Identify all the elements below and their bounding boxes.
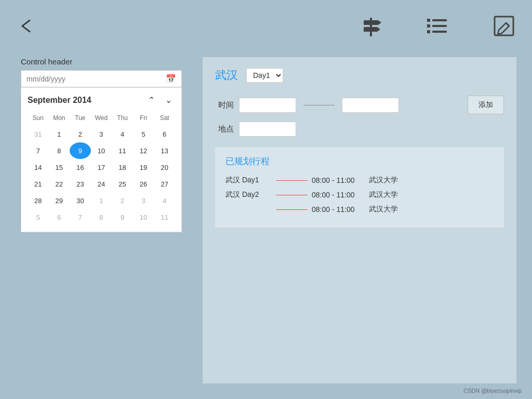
calendar-day[interactable]: 10 — [91, 142, 112, 159]
itinerary-city-day: 武汉 Day1 — [225, 176, 272, 185]
calendar-day[interactable]: 2 — [70, 126, 91, 142]
calendar-day[interactable]: 7 — [70, 209, 91, 225]
city-name: 武汉 — [215, 68, 238, 83]
calendar-day[interactable]: 16 — [70, 159, 91, 176]
location-input[interactable] — [239, 122, 296, 137]
itinerary-line — [276, 180, 308, 181]
svg-marker-4 — [377, 27, 380, 32]
add-button[interactable]: 添加 — [468, 96, 504, 114]
calendar-day[interactable]: 17 — [91, 159, 112, 176]
svg-rect-10 — [432, 31, 447, 33]
time-from-input[interactable] — [239, 98, 296, 113]
edit-icon[interactable] — [491, 14, 516, 38]
time-label: 时间 — [215, 100, 234, 110]
itinerary-title: 已规划行程 — [225, 155, 494, 167]
calendar-day[interactable]: 12 — [133, 142, 154, 159]
calendar-next-button[interactable]: ⌄ — [162, 94, 175, 106]
calendar-day[interactable]: 5 — [28, 209, 49, 225]
calendar-day[interactable]: 23 — [70, 176, 91, 192]
calendar-day[interactable]: 7 — [28, 142, 49, 159]
calendar-day[interactable]: 8 — [49, 142, 70, 159]
signpost-icon[interactable] — [358, 14, 383, 38]
calendar-icon[interactable]: 📅 — [166, 74, 176, 84]
calendar-day[interactable]: 4 — [154, 192, 175, 209]
time-to-input[interactable] — [342, 98, 399, 113]
list-icon[interactable] — [425, 14, 450, 38]
cal-day-header: Fri — [133, 112, 154, 126]
calendar-day[interactable]: 27 — [154, 176, 175, 192]
time-separator — [303, 105, 335, 105]
calendar-day[interactable]: 13 — [154, 142, 175, 159]
svg-marker-2 — [378, 20, 381, 25]
svg-rect-3 — [364, 27, 377, 32]
cal-day-header: Thu — [112, 112, 133, 126]
itinerary-city-day: 武汉 Day2 — [225, 190, 272, 200]
calendar-day[interactable]: 10 — [133, 209, 154, 225]
itinerary-time: 08:00 - 11:00 — [312, 191, 369, 199]
calendar-day[interactable]: 9 — [70, 142, 91, 159]
itinerary-time: 08:00 - 11:00 — [312, 205, 369, 214]
calendar-day[interactable]: 24 — [91, 176, 112, 192]
itinerary-line — [276, 195, 308, 195]
itinerary-place: 武汉大学 — [369, 190, 398, 200]
calendar-day[interactable]: 21 — [28, 176, 49, 192]
itinerary-place: 武汉大学 — [369, 176, 398, 185]
svg-rect-7 — [427, 24, 430, 28]
location-label: 地点 — [215, 124, 234, 134]
calendar-day[interactable]: 2 — [112, 192, 133, 209]
calendar-day[interactable]: 5 — [133, 126, 154, 142]
calendar-day[interactable]: 29 — [49, 192, 70, 209]
calendar-day[interactable]: 20 — [154, 159, 175, 176]
calendar-day[interactable]: 11 — [154, 209, 175, 225]
cal-day-header: Sat — [154, 112, 175, 126]
itinerary-list: 武汉 Day108:00 - 11:00武汉大学武汉 Day208:00 - 1… — [225, 176, 494, 214]
calendar-day[interactable]: 31 — [28, 126, 49, 142]
calendar-day[interactable]: 8 — [91, 209, 112, 225]
footer-text: CSDN @biyezuopinvip — [463, 388, 522, 394]
day-select[interactable]: Day1 Day2 Day3 — [246, 68, 283, 83]
calendar-day[interactable]: 19 — [133, 159, 154, 176]
left-panel: Control header 📅 September 2014 ⌃ ⌄ SunM… — [21, 57, 182, 232]
svg-rect-11 — [495, 17, 513, 35]
calendar-day[interactable]: 6 — [49, 209, 70, 225]
calendar-day[interactable]: 28 — [28, 192, 49, 209]
itinerary-item: 08:00 - 11:00武汉大学 — [225, 205, 494, 214]
calendar: September 2014 ⌃ ⌄ SunMonTueWedThuFriSat… — [21, 87, 182, 232]
cal-day-header: Mon — [49, 112, 70, 126]
control-header-label: Control header — [21, 57, 182, 66]
top-nav — [0, 0, 532, 52]
svg-rect-8 — [432, 25, 447, 27]
calendar-day[interactable]: 22 — [49, 176, 70, 192]
calendar-day[interactable]: 30 — [70, 192, 91, 209]
itinerary-section: 已规划行程 武汉 Day108:00 - 11:00武汉大学武汉 Day208:… — [215, 147, 504, 228]
back-button[interactable] — [16, 16, 36, 36]
calendar-day[interactable]: 11 — [112, 142, 133, 159]
svg-rect-1 — [364, 20, 378, 25]
calendar-day[interactable]: 3 — [133, 192, 154, 209]
itinerary-item: 武汉 Day208:00 - 11:00武汉大学 — [225, 190, 494, 200]
itinerary-time: 08:00 - 11:00 — [312, 176, 369, 184]
calendar-prev-button[interactable]: ⌃ — [145, 94, 158, 106]
calendar-day[interactable]: 25 — [112, 176, 133, 192]
calendar-month-year: September 2014 — [28, 96, 91, 105]
calendar-day[interactable]: 18 — [112, 159, 133, 176]
calendar-day[interactable]: 26 — [133, 176, 154, 192]
calendar-day[interactable]: 1 — [49, 126, 70, 142]
svg-rect-6 — [432, 19, 447, 21]
calendar-day[interactable]: 9 — [112, 209, 133, 225]
nav-icons — [358, 14, 516, 38]
city-row: 武汉 Day1 Day2 Day3 — [215, 68, 504, 83]
date-input-wrapper: 📅 — [21, 70, 182, 87]
cal-day-header: Wed — [91, 112, 112, 126]
calendar-day[interactable]: 4 — [112, 126, 133, 142]
itinerary-item: 武汉 Day108:00 - 11:00武汉大学 — [225, 176, 494, 185]
calendar-day[interactable]: 14 — [28, 159, 49, 176]
date-input[interactable] — [26, 75, 166, 83]
calendar-day[interactable]: 6 — [154, 126, 175, 142]
calendar-header: September 2014 ⌃ ⌄ — [28, 94, 175, 106]
calendar-grid: SunMonTueWedThuFriSat 311234567891011121… — [28, 112, 175, 225]
calendar-day[interactable]: 15 — [49, 159, 70, 176]
calendar-day[interactable]: 1 — [91, 192, 112, 209]
cal-day-header: Tue — [70, 112, 91, 126]
calendar-day[interactable]: 3 — [91, 126, 112, 142]
